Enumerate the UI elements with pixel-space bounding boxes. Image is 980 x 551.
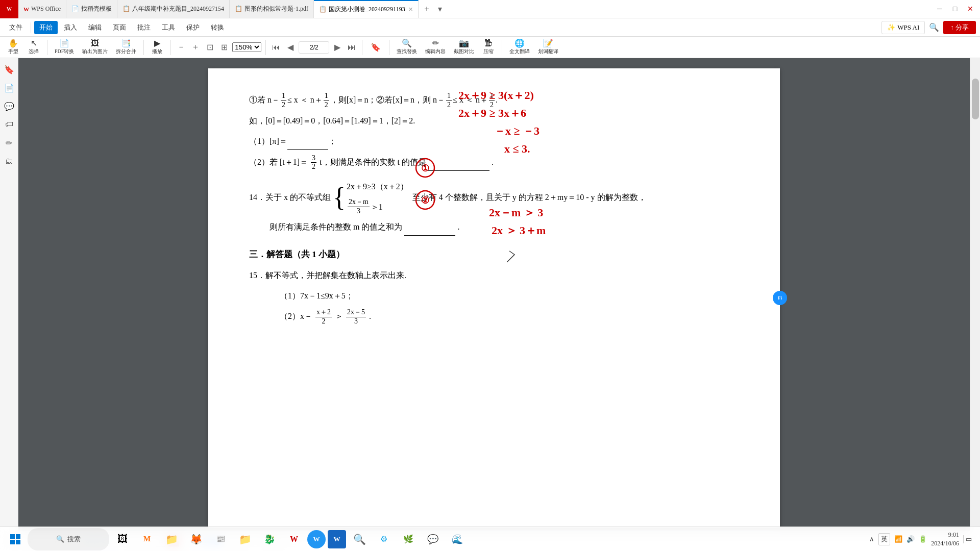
last-page-button[interactable]: ⏭ <box>346 41 358 54</box>
taskbar-green-icon[interactable]: 🌿 <box>397 528 420 550</box>
sys2-bot: 3 <box>356 207 361 216</box>
q2-frac-bot: 2 <box>311 163 316 171</box>
tab-math-exam[interactable]: 📋 八年级期中补充题目_20240927154 <box>117 0 230 18</box>
section3-title: 三．解答题（共 1 小题） <box>249 246 739 263</box>
view-mode-button[interactable]: ⊞ <box>218 41 230 54</box>
word-translate-button[interactable]: 📝 划词翻译 <box>535 38 561 56</box>
minimize-button[interactable]: ─ <box>934 4 945 15</box>
show-desktop-icon[interactable]: ▭ <box>963 535 972 543</box>
taskbar-wps-icon[interactable]: W <box>283 528 305 550</box>
math-content: ①若 n－12≤ x ＜ n＋12，则[x]＝n；②若[x]＝n，则 n－12≤… <box>249 92 739 325</box>
network-icon[interactable]: 📶 <box>894 535 902 543</box>
feedback-badge[interactable]: Fi <box>773 291 787 305</box>
translate-button[interactable]: 🌐 全文翻译 <box>506 38 533 56</box>
bookmark-button[interactable]: 🔖 <box>366 42 385 53</box>
pdf-convert-button[interactable]: 📄 PDF转换 <box>52 38 77 56</box>
q15-2-frac1-bot: 2 <box>321 317 327 326</box>
maximize-button[interactable]: □ <box>949 4 961 15</box>
fit-page-button[interactable]: ⊡ <box>204 41 216 54</box>
sidebar-tag-icon[interactable]: 🏷 <box>2 117 16 132</box>
first-page-button[interactable]: ⏮ <box>270 41 282 54</box>
taskbar-files-icon[interactable]: 📁 <box>234 528 256 550</box>
close-button[interactable]: ✕ <box>965 4 976 15</box>
sidebar-layer-icon[interactable]: 🗂 <box>2 154 16 168</box>
screenshot-button[interactable]: 📷 截图对比 <box>451 38 477 56</box>
screenshot-icon: 📷 <box>459 39 469 47</box>
taskbar-news-icon[interactable]: 📰 <box>209 528 232 550</box>
page-number-input[interactable] <box>299 41 329 54</box>
taskbar-word-icon[interactable]: W <box>328 530 346 548</box>
menu-protect[interactable]: 保护 <box>181 21 205 34</box>
tab-geometry[interactable]: 📋 图形的相似常考题-1.pdf <box>230 0 314 18</box>
q1-label: （1）[π]＝ <box>249 137 287 145</box>
ai-label: WPS AI <box>897 23 919 32</box>
volume-icon[interactable]: 🔊 <box>906 535 915 543</box>
menu-tools[interactable]: 工具 <box>157 21 180 34</box>
menu-comment[interactable]: 批注 <box>132 21 156 34</box>
prev-page-button[interactable]: ◀ <box>284 41 297 54</box>
ime-indicator[interactable]: 英 <box>878 533 890 545</box>
taskbar-edge-icon[interactable]: 🌊 <box>446 528 469 550</box>
tray-expand-icon[interactable]: ∧ <box>869 535 874 543</box>
start-button[interactable] <box>4 528 27 550</box>
taskbar-landscape-icon[interactable]: 🖼 <box>111 528 134 550</box>
select-tool-button[interactable]: ↖ 选择 <box>24 38 43 56</box>
menu-file[interactable]: 文件 <box>4 21 28 34</box>
tab-geometry-label: 图形的相似常考题-1.pdf <box>244 5 308 13</box>
taskbar-browser-icon[interactable]: 🦊 <box>185 528 207 550</box>
sidebar-pages-icon[interactable]: 📄 <box>2 81 16 95</box>
sidebar-draw-icon[interactable]: ✏ <box>2 136 16 150</box>
taskbar-store-icon[interactable]: 📁 <box>160 528 183 550</box>
hand-tool-button[interactable]: ✋ 手型 <box>4 38 22 56</box>
taskbar-mindmap-icon[interactable]: ⚙ <box>373 528 395 550</box>
q14-line: 14．关于 x 的不等式组 { 2x＋9≥3（x＋2） 2x－m 3 ＞1 <box>249 179 739 216</box>
search-button[interactable]: 🔍 <box>929 22 939 32</box>
share-button[interactable]: ↑ 分享 <box>943 21 976 34</box>
taskbar-right-area: ∧ 英 📶 🔊 🔋 9:01 2024/10/06 ▭ <box>869 531 976 548</box>
next-page-button[interactable]: ▶ <box>331 41 344 54</box>
search-replace-button[interactable]: 🔍 查找替换 <box>394 38 420 56</box>
half-frac-1: 12 <box>281 92 286 110</box>
split-merge-button[interactable]: 📑 拆分合并 <box>113 38 139 56</box>
tab-template[interactable]: 📄 找稻壳模板 <box>66 0 117 18</box>
zoom-select[interactable]: 150%100%75% <box>232 42 261 52</box>
sidebar-comment-icon[interactable]: 💬 <box>2 99 16 113</box>
menu-edit[interactable]: 编辑 <box>83 21 107 34</box>
close-tab-icon[interactable]: ✕ <box>408 6 413 13</box>
menu-insert[interactable]: 插入 <box>59 21 82 34</box>
circle-1: ①若 n－ <box>249 95 280 104</box>
wps-ai-button[interactable]: ✨ WPS AI <box>881 21 925 34</box>
taskbar-wps2-icon[interactable]: W <box>307 530 326 548</box>
search-label-taskbar: 搜索 <box>67 535 81 544</box>
zoom-in-button[interactable]: ＋ <box>189 41 202 54</box>
select-icon: ↖ <box>31 39 37 47</box>
compress-button[interactable]: 🗜 压缩 <box>479 38 498 56</box>
q15-2-frac2-bot: 3 <box>353 317 359 326</box>
taskbar-search[interactable]: 🔍 搜索 <box>28 528 109 550</box>
main-area: 🔖 📄 💬 🏷 ✏ 🗂 Fi ①若 n－12≤ x ＜ n＋12，则[x]＝n；… <box>0 58 980 531</box>
q15-2-frac1: x＋2 2 <box>315 308 332 326</box>
tab-more-icon[interactable]: ▾ <box>435 4 445 14</box>
tab-current-label: 国庆第小测卷_202409291193 <box>329 5 405 14</box>
menu-page[interactable]: 页面 <box>108 21 131 34</box>
menu-separator-1 <box>31 22 31 33</box>
edit-content-button[interactable]: ✏ 编辑内容 <box>422 38 449 56</box>
new-tab-button[interactable]: ＋ <box>419 0 435 18</box>
taskbar-lens-icon[interactable]: 🔍 <box>348 528 371 550</box>
taskbar-xiaomi-icon[interactable]: M <box>136 528 158 550</box>
battery-icon[interactable]: 🔋 <box>919 535 927 543</box>
menu-convert[interactable]: 转换 <box>206 21 229 34</box>
time-display[interactable]: 9:01 2024/10/06 <box>931 531 959 548</box>
sidebar-bookmark-icon[interactable]: 🔖 <box>2 62 16 77</box>
translate-icon: 🌐 <box>514 39 525 47</box>
tab-wps-home[interactable]: W WPS Office <box>18 0 66 18</box>
output-img-button[interactable]: 🖼 输出为图片 <box>79 38 111 56</box>
scrollbar-thumb[interactable] <box>972 79 979 119</box>
ai-icon: ✨ <box>887 23 895 32</box>
menu-start[interactable]: 开始 <box>34 21 58 34</box>
zoom-out-button[interactable]: － <box>175 41 187 54</box>
tab-current[interactable]: 📋 国庆第小测卷_202409291193 ✕ <box>314 0 419 18</box>
taskbar-dragon-icon[interactable]: 🐉 <box>258 528 281 550</box>
taskbar-wechat-icon[interactable]: 💬 <box>422 528 444 550</box>
play-button[interactable]: ▶ 播放 <box>148 38 166 56</box>
